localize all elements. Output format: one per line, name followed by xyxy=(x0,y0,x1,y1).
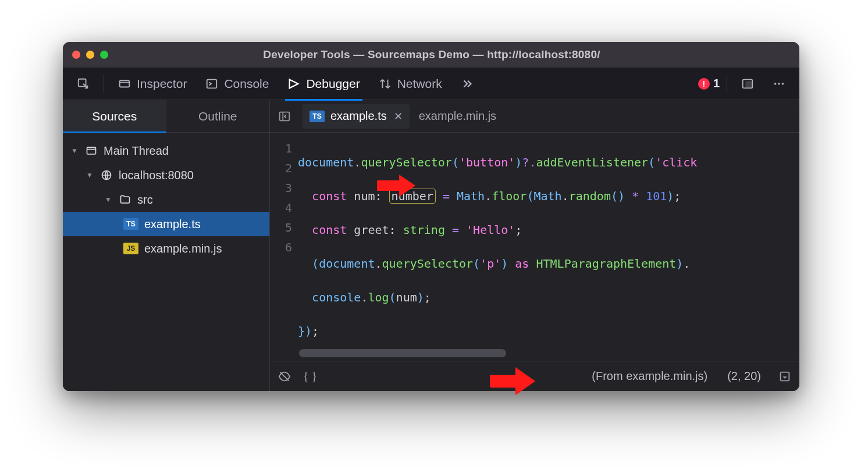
editor-tab-example-ts[interactable]: TS example.ts ✕ xyxy=(303,104,410,129)
overflow-tabs-button[interactable] xyxy=(454,74,481,94)
tree-label: example.ts xyxy=(144,218,201,231)
line-number: 2 xyxy=(270,158,292,178)
inspector-label: Inspector xyxy=(137,77,187,91)
error-count-button[interactable]: ! 1 xyxy=(698,77,720,90)
outline-tab-label: Outline xyxy=(198,109,237,123)
editor-tab-label: example.min.js xyxy=(419,109,496,123)
editor-tabs: TS example.ts ✕ example.min.js xyxy=(270,100,799,133)
console-icon xyxy=(205,77,218,90)
editor-tab-example-min-js[interactable]: example.min.js xyxy=(412,104,503,129)
svg-point-7 xyxy=(782,83,784,85)
code-content: document.querySelector('button')?.addEve… xyxy=(298,133,799,361)
tree-file-example-min-js[interactable]: JS example.min.js xyxy=(63,236,269,261)
editor-footer: { } (From example.min.js) (2, 20) xyxy=(270,361,799,391)
scrollbar-thumb[interactable] xyxy=(299,349,506,357)
maximize-window-button[interactable] xyxy=(100,51,108,59)
network-tab[interactable]: Network xyxy=(372,73,449,94)
network-icon xyxy=(379,77,392,90)
folder-icon xyxy=(119,193,131,206)
line-number: 1 xyxy=(270,138,292,158)
tree-label: example.min.js xyxy=(144,242,222,255)
element-picker-icon xyxy=(77,77,90,90)
line-number: 4 xyxy=(270,198,292,218)
dock-icon xyxy=(741,77,754,90)
chevrons-right-icon xyxy=(461,77,474,90)
chevron-down-icon xyxy=(86,171,94,179)
close-tab-button[interactable]: ✕ xyxy=(394,110,403,123)
line-number: 3 xyxy=(270,178,292,198)
debugger-label: Debugger xyxy=(306,77,360,91)
ts-badge-icon: TS xyxy=(123,218,138,230)
line-number: 5 xyxy=(270,218,292,237)
js-badge-icon: JS xyxy=(123,243,138,254)
svg-point-6 xyxy=(778,83,780,85)
left-tabs: Sources Outline xyxy=(63,100,269,133)
minimize-window-button[interactable] xyxy=(86,51,94,59)
element-picker-button[interactable] xyxy=(70,74,97,94)
sources-tab-label: Sources xyxy=(92,109,137,123)
traffic-lights xyxy=(72,51,108,59)
ts-badge-icon: TS xyxy=(310,111,325,122)
tree-main-thread[interactable]: Main Thread xyxy=(63,138,269,163)
network-label: Network xyxy=(397,77,442,91)
tree-label: src xyxy=(137,193,153,207)
code-editor[interactable]: 1 2 3 4 5 6 document.querySelector('butt… xyxy=(270,133,799,361)
inspector-icon xyxy=(118,77,131,90)
toggle-sidebar-button[interactable] xyxy=(275,106,294,126)
svg-point-5 xyxy=(774,83,777,85)
gutter: 1 2 3 4 5 6 xyxy=(270,133,298,361)
devtools-window: Developer Tools — Sourcemaps Demo — http… xyxy=(63,42,799,391)
svg-rect-8 xyxy=(87,147,96,154)
tree-label: localhost:8080 xyxy=(119,169,194,182)
chevron-down-icon xyxy=(105,196,113,204)
error-count: 1 xyxy=(713,77,720,90)
window-icon xyxy=(85,144,98,157)
close-window-button[interactable] xyxy=(72,51,80,59)
dock-mode-button[interactable] xyxy=(734,74,761,94)
debugger-icon xyxy=(287,77,300,90)
inspector-tab[interactable]: Inspector xyxy=(111,73,194,94)
devtools-toolbar: Inspector Console Debugger Network xyxy=(63,68,799,100)
globe-icon xyxy=(100,169,113,182)
console-label: Console xyxy=(224,77,269,91)
chevron-down-icon xyxy=(71,147,79,155)
sources-panel: Sources Outline Main Thread xyxy=(63,100,270,391)
blackbox-button[interactable] xyxy=(277,369,292,384)
separator xyxy=(104,74,104,93)
editor-panel: TS example.ts ✕ example.min.js 1 2 3 4 5 xyxy=(270,100,799,391)
sources-tab[interactable]: Sources xyxy=(63,100,166,132)
line-number: 6 xyxy=(270,237,292,257)
console-tab[interactable]: Console xyxy=(198,73,276,94)
debugger-body: Sources Outline Main Thread xyxy=(63,100,799,391)
more-menu-button[interactable] xyxy=(766,74,792,94)
more-icon xyxy=(773,77,785,90)
tree-file-example-ts[interactable]: TS example.ts xyxy=(63,212,269,236)
highlighted-type-token: number xyxy=(389,189,436,204)
pretty-print-button[interactable]: { } xyxy=(303,369,318,384)
svg-rect-4 xyxy=(746,81,752,88)
debugger-tab[interactable]: Debugger xyxy=(280,73,367,94)
tree-host[interactable]: localhost:8080 xyxy=(63,163,269,187)
error-icon: ! xyxy=(698,78,710,90)
mapped-from-label: (From example.min.js) xyxy=(592,370,707,383)
tree-label: Main Thread xyxy=(104,144,169,158)
outline-tab[interactable]: Outline xyxy=(166,100,270,132)
sources-tree: Main Thread localhost:8080 xyxy=(63,133,269,267)
goto-line-button[interactable] xyxy=(777,369,792,384)
tree-folder-src[interactable]: src xyxy=(63,187,269,212)
editor-tab-label: example.ts xyxy=(330,109,387,123)
horizontal-scrollbar[interactable] xyxy=(299,349,792,357)
titlebar: Developer Tools — Sourcemaps Demo — http… xyxy=(63,42,799,68)
cursor-position: (2, 20) xyxy=(727,370,761,383)
svg-rect-1 xyxy=(120,80,130,87)
window-title: Developer Tools — Sourcemaps Demo — http… xyxy=(108,48,790,61)
separator xyxy=(727,74,727,93)
